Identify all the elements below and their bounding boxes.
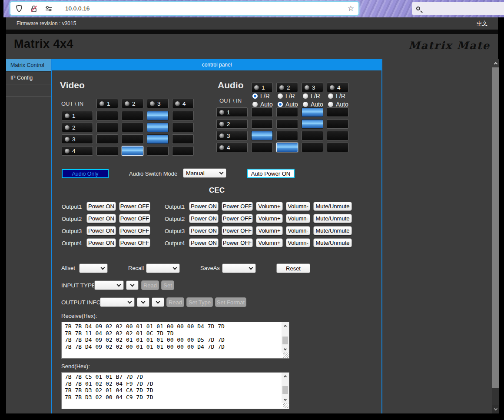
- cec-right-output4-mute-unmute-button[interactable]: Mute/Unmute: [313, 238, 352, 247]
- video-cell-out3-in2[interactable]: [122, 134, 143, 144]
- video-output-button-3[interactable]: 3: [62, 134, 93, 144]
- video-cell-out1-in2[interactable]: [122, 111, 143, 120]
- browser-search-box[interactable]: [412, 2, 504, 15]
- scroll-up-icon[interactable]: [282, 322, 289, 329]
- sidebar-item-matrix-control[interactable]: Matrix Control: [6, 59, 51, 72]
- shield-icon[interactable]: [15, 4, 23, 13]
- scroll-down-icon[interactable]: [282, 346, 289, 353]
- receive-scrollbar[interactable]: [282, 322, 289, 353]
- cec-right-output2-volumn-button[interactable]: Volumn-: [286, 214, 310, 223]
- video-input-button-1[interactable]: 1: [96, 99, 118, 108]
- send-scrollbar[interactable]: [282, 373, 289, 403]
- audio-cell-out3-in2[interactable]: [276, 131, 298, 140]
- video-cell-out4-in3[interactable]: [147, 146, 169, 156]
- audio-ch4-l-r-radio[interactable]: L/R: [328, 93, 345, 100]
- audio-output-button-3[interactable]: 3: [216, 131, 248, 140]
- audio-only-button[interactable]: Audio Only: [62, 169, 109, 178]
- cec-right-output2-mute-unmute-button[interactable]: Mute/Unmute: [313, 214, 352, 223]
- video-cell-out4-in4[interactable]: [172, 146, 194, 156]
- video-cell-out1-in1[interactable]: [96, 111, 118, 120]
- audio-ch4-auto-radio[interactable]: Auto: [328, 101, 348, 108]
- scroll-up-icon[interactable]: [282, 373, 289, 379]
- cec-left-output4-power-off-button[interactable]: Power OFF: [119, 238, 150, 247]
- video-input-button-4[interactable]: 4: [172, 99, 194, 108]
- audio-cell-out4-in2[interactable]: [276, 143, 298, 152]
- input-type-port-select[interactable]: [126, 280, 139, 290]
- scroll-down-icon[interactable]: [492, 405, 499, 413]
- video-cell-out2-in1[interactable]: [96, 123, 118, 132]
- cec-left-output1-power-on-button[interactable]: Power ON: [86, 202, 116, 211]
- video-output-button-1[interactable]: 1: [62, 111, 93, 120]
- scrollbar-thumb[interactable]: [492, 67, 499, 388]
- audio-ch3-auto-radio[interactable]: Auto: [302, 101, 323, 108]
- video-cell-out4-in1[interactable]: [96, 146, 118, 156]
- video-cell-out3-in1[interactable]: [96, 134, 118, 144]
- cec-right-output3-power-off-button[interactable]: Power OFF: [222, 226, 253, 235]
- cec-left-output3-power-off-button[interactable]: Power OFF: [119, 226, 150, 235]
- audio-cell-out3-in3[interactable]: [302, 131, 323, 140]
- video-input-button-3[interactable]: 3: [147, 99, 169, 108]
- input-type-select[interactable]: [94, 280, 124, 290]
- cec-right-output3-power-on-button[interactable]: Power ON: [189, 226, 219, 235]
- cec-right-output1-volumn-button[interactable]: Volumn-: [286, 202, 310, 211]
- video-cell-out3-in3[interactable]: [147, 134, 169, 144]
- output-info-type-select[interactable]: [137, 297, 149, 307]
- output-info-select[interactable]: [100, 297, 135, 307]
- output-info-format-select[interactable]: [152, 297, 164, 307]
- audio-ch1-auto-radio[interactable]: Auto: [252, 101, 273, 108]
- audio-ch2-l-r-radio[interactable]: L/R: [277, 93, 295, 100]
- audio-cell-out1-in2[interactable]: [276, 107, 298, 117]
- audio-ch3-l-r-radio[interactable]: L/R: [302, 93, 320, 100]
- cec-right-output4-volumn-button[interactable]: Volumn-: [286, 238, 310, 247]
- address-bar[interactable]: 10.0.0.16 ☆: [10, 1, 359, 16]
- cec-left-output4-power-on-button[interactable]: Power ON: [86, 238, 116, 247]
- audio-cell-out2-in2[interactable]: [276, 119, 298, 129]
- video-cell-out2-in3[interactable]: [147, 123, 169, 132]
- cec-right-output1-mute-unmute-button[interactable]: Mute/Unmute: [313, 202, 352, 211]
- audio-cell-out1-in1[interactable]: [251, 107, 273, 117]
- page-scrollbar[interactable]: [492, 59, 499, 413]
- cec-right-output4-power-on-button[interactable]: Power ON: [189, 238, 219, 247]
- allset-select[interactable]: [79, 263, 108, 273]
- video-cell-out4-in2[interactable]: [122, 146, 143, 156]
- send-hex-textarea[interactable]: 7B 7B C5 01 01 B7 7D 7D 7B 7B 01 02 02 0…: [61, 372, 289, 409]
- audio-output-button-1[interactable]: 1: [216, 107, 248, 117]
- cec-right-output2-power-on-button[interactable]: Power ON: [189, 214, 219, 223]
- cec-right-output3-volumn-button[interactable]: Volumn-: [286, 226, 310, 235]
- scroll-up-icon[interactable]: [492, 59, 499, 67]
- video-cell-out3-in4[interactable]: [172, 134, 194, 144]
- resize-grip[interactable]: [283, 403, 288, 408]
- resize-grip[interactable]: [283, 353, 288, 358]
- cec-right-output1-power-off-button[interactable]: Power OFF: [222, 202, 253, 211]
- video-cell-out2-in2[interactable]: [122, 123, 143, 132]
- permissions-sliders-icon[interactable]: [44, 4, 53, 13]
- audio-cell-out4-in4[interactable]: [327, 143, 348, 152]
- audio-switch-mode-select[interactable]: Manual: [183, 168, 226, 178]
- scrollbar-thumb[interactable]: [282, 386, 288, 394]
- audio-cell-out3-in4[interactable]: [327, 131, 348, 140]
- url-text[interactable]: 10.0.0.16: [65, 5, 90, 12]
- reset-button[interactable]: Reset: [276, 263, 310, 273]
- scroll-down-icon[interactable]: [282, 397, 289, 403]
- cec-left-output2-power-off-button[interactable]: Power OFF: [119, 214, 150, 223]
- cec-right-output2-power-off-button[interactable]: Power OFF: [222, 214, 253, 223]
- video-input-button-2[interactable]: 2: [122, 99, 143, 108]
- cec-left-output2-power-on-button[interactable]: Power ON: [86, 214, 116, 223]
- video-cell-out1-in3[interactable]: [147, 111, 169, 120]
- video-cell-out1-in4[interactable]: [172, 111, 194, 120]
- audio-cell-out1-in3[interactable]: [302, 107, 323, 117]
- language-link[interactable]: 中文: [477, 20, 487, 27]
- receive-hex-textarea[interactable]: 7B 7B D4 09 02 02 00 01 01 01 00 00 00 D…: [61, 322, 289, 359]
- audio-input-button-4[interactable]: 4: [327, 83, 348, 92]
- saveas-select[interactable]: [222, 263, 256, 273]
- auto-power-on-button[interactable]: Auto Power ON: [247, 169, 295, 178]
- cec-right-output4-power-off-button[interactable]: Power OFF: [222, 238, 253, 247]
- audio-output-button-4[interactable]: 4: [216, 143, 248, 152]
- cec-right-output2-volumn-button[interactable]: Volumn+: [256, 214, 283, 223]
- video-cell-out2-in4[interactable]: [172, 123, 194, 132]
- video-output-button-2[interactable]: 2: [62, 123, 93, 132]
- bookmark-star-icon[interactable]: ☆: [348, 5, 354, 12]
- video-output-button-4[interactable]: 4: [62, 146, 93, 156]
- audio-cell-out2-in1[interactable]: [251, 119, 273, 129]
- cec-left-output1-power-off-button[interactable]: Power OFF: [119, 202, 150, 211]
